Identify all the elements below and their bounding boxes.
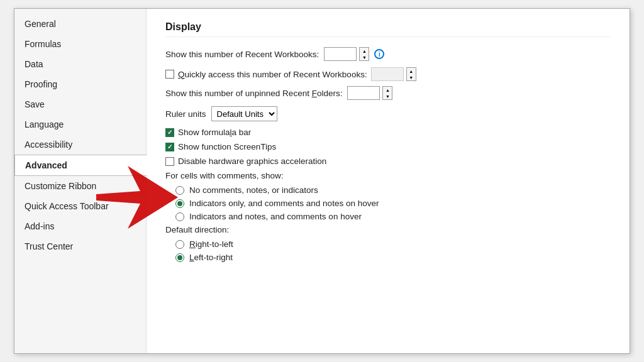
hw-accel-checkbox[interactable] bbox=[165, 157, 174, 166]
info-icon[interactable]: i bbox=[374, 49, 384, 59]
no-comments-row: No comments, notes, or indicators bbox=[175, 185, 611, 195]
sidebar-item-save[interactable]: Save bbox=[14, 94, 146, 114]
recent-workbooks-input[interactable]: 50 bbox=[324, 47, 357, 61]
sidebar-item-advanced[interactable]: Advanced bbox=[14, 155, 147, 176]
unpinned-folders-down[interactable]: ▼ bbox=[383, 93, 392, 99]
ruler-row: Ruler units Default Units Inches Centime… bbox=[165, 106, 611, 121]
recent-workbooks-spinner: 50 ▲ ▼ bbox=[324, 47, 369, 61]
direction-group-label: Default direction: bbox=[165, 225, 611, 234]
no-comments-radio[interactable] bbox=[175, 186, 184, 195]
indicators-only-label: Indicators only, and comments and notes … bbox=[189, 199, 379, 208]
sidebar-item-trust-center[interactable]: Trust Center bbox=[14, 236, 146, 256]
comments-radio-group: No comments, notes, or indicators Indica… bbox=[175, 185, 611, 221]
indicators-only-row: Indicators only, and comments and notes … bbox=[175, 199, 611, 208]
sidebar-item-general[interactable]: General bbox=[14, 14, 146, 34]
screentips-row: Show function ScreenTips bbox=[165, 142, 611, 151]
ltr-label: Left-to-right bbox=[189, 253, 233, 262]
indicators-notes-label: Indicators and notes, and comments on ho… bbox=[189, 212, 362, 221]
direction-radio-group: Right-to-left Left-to-right bbox=[175, 239, 611, 262]
sidebar-item-quick-access[interactable]: Quick Access Toolbar bbox=[14, 196, 146, 216]
quick-access-down[interactable]: ▼ bbox=[407, 74, 416, 80]
options-dialog: GeneralFormulasDataProofingSaveLanguageA… bbox=[14, 8, 630, 354]
ruler-label: Ruler units bbox=[165, 109, 206, 119]
quick-access-up[interactable]: ▲ bbox=[407, 68, 416, 74]
screentips-checkbox[interactable] bbox=[165, 143, 174, 151]
unpinned-folders-label: Show this number of unpinned Recent Fold… bbox=[165, 89, 342, 98]
recent-workbooks-down[interactable]: ▼ bbox=[360, 54, 369, 60]
quick-access-row: Quickly access this number of Recent Wor… bbox=[165, 67, 611, 81]
hw-accel-row: Disable hardware graphics acceleration bbox=[165, 156, 611, 166]
comments-group-label: For cells with comments, show: bbox=[165, 171, 611, 180]
quick-access-spinner: 4 ▲ ▼ bbox=[371, 67, 416, 81]
formula-bar-row: Show formulala bar bbox=[165, 128, 611, 137]
unpinned-folders-input[interactable]: 50 bbox=[347, 86, 380, 100]
main-content: Display Show this number of Recent Workb… bbox=[147, 9, 630, 353]
rtl-row: Right-to-left bbox=[175, 239, 611, 249]
formula-bar-label: Show formulala bar bbox=[178, 128, 251, 137]
ruler-select[interactable]: Default Units Inches Centimeters Millime… bbox=[211, 106, 277, 121]
indicators-only-radio[interactable] bbox=[175, 199, 184, 208]
rtl-radio[interactable] bbox=[175, 240, 184, 249]
indicators-notes-radio[interactable] bbox=[175, 212, 184, 221]
recent-workbooks-label: Show this number of Recent Workbooks: bbox=[165, 50, 319, 59]
sidebar-item-customize-ribbon[interactable]: Customize Ribbon bbox=[14, 176, 146, 196]
section-title: Display bbox=[165, 21, 611, 37]
ltr-row: Left-to-right bbox=[175, 253, 611, 262]
recent-workbooks-row: Show this number of Recent Workbooks: 50… bbox=[165, 47, 611, 61]
quick-access-input[interactable]: 4 bbox=[371, 67, 404, 81]
no-comments-label: No comments, notes, or indicators bbox=[189, 185, 318, 195]
quick-access-label: Quickly access this number of Recent Wor… bbox=[178, 70, 367, 79]
hw-accel-label: Disable hardware graphics acceleration bbox=[178, 156, 326, 166]
sidebar-item-add-ins[interactable]: Add-ins bbox=[14, 216, 146, 236]
unpinned-folders-up[interactable]: ▲ bbox=[383, 87, 392, 93]
sidebar-item-language[interactable]: Language bbox=[14, 114, 146, 134]
unpinned-folders-spinner: 50 ▲ ▼ bbox=[347, 86, 392, 100]
formula-bar-checkbox[interactable] bbox=[165, 128, 174, 137]
screentips-label: Show function ScreenTips bbox=[178, 142, 276, 151]
sidebar: GeneralFormulasDataProofingSaveLanguageA… bbox=[14, 9, 147, 353]
rtl-label: Right-to-left bbox=[189, 239, 233, 249]
sidebar-item-data[interactable]: Data bbox=[14, 54, 146, 74]
ltr-radio[interactable] bbox=[175, 253, 184, 262]
recent-workbooks-up[interactable]: ▲ bbox=[360, 48, 369, 54]
indicators-notes-row: Indicators and notes, and comments on ho… bbox=[175, 212, 611, 221]
unpinned-folders-row: Show this number of unpinned Recent Fold… bbox=[165, 86, 611, 100]
quick-access-checkbox[interactable] bbox=[165, 70, 174, 79]
sidebar-item-accessibility[interactable]: Accessibility bbox=[14, 134, 146, 155]
sidebar-item-proofing[interactable]: Proofing bbox=[14, 74, 146, 94]
sidebar-item-formulas[interactable]: Formulas bbox=[14, 34, 146, 54]
